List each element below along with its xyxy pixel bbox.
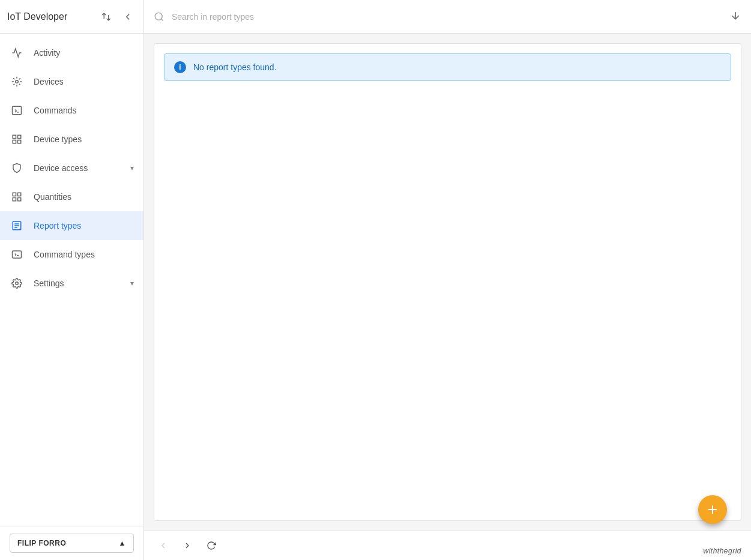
sidebar-item-activity-label: Activity bbox=[34, 48, 134, 58]
svg-line-13 bbox=[161, 19, 163, 20]
sidebar: IoT Developer Activity bbox=[0, 0, 144, 560]
add-fab-button[interactable]: + bbox=[698, 495, 727, 524]
empty-state-box: i No report types found. bbox=[164, 53, 731, 81]
content-area: i No report types found. bbox=[144, 34, 751, 531]
sidebar-item-activity[interactable]: Activity bbox=[0, 38, 143, 67]
sidebar-item-device-access[interactable]: Device access ▾ bbox=[0, 154, 143, 182]
commands-icon bbox=[10, 103, 24, 118]
device-types-icon bbox=[10, 132, 24, 146]
svg-point-11 bbox=[16, 282, 19, 285]
app-title: IoT Developer bbox=[7, 11, 67, 22]
command-types-icon bbox=[10, 247, 24, 262]
sort-descending-icon bbox=[729, 10, 741, 22]
sidebar-item-report-types[interactable]: Report types bbox=[0, 211, 143, 240]
sidebar-item-devices-label: Devices bbox=[34, 77, 134, 86]
sidebar-header-icons bbox=[98, 8, 136, 25]
user-name: FILIP FORRO bbox=[17, 539, 66, 547]
search-bar bbox=[144, 0, 751, 34]
sidebar-nav: Activity Devices Commands bbox=[0, 34, 143, 526]
chevron-right-icon bbox=[182, 541, 192, 550]
devices-icon bbox=[10, 74, 24, 89]
sidebar-item-quantities[interactable]: Quantities bbox=[0, 182, 143, 211]
refresh-icon bbox=[207, 541, 216, 550]
sidebar-footer: FILIP FORRO ▲ bbox=[0, 526, 143, 560]
sidebar-item-settings-label: Settings bbox=[34, 278, 130, 288]
empty-state-message: No report types found. bbox=[193, 62, 277, 72]
pagination-prev-button[interactable] bbox=[154, 536, 173, 555]
sidebar-item-commands-label: Commands bbox=[34, 106, 134, 115]
sidebar-item-command-types[interactable]: Command types bbox=[0, 240, 143, 269]
sidebar-item-quantities-label: Quantities bbox=[34, 192, 134, 202]
activity-icon bbox=[10, 46, 24, 60]
search-input[interactable] bbox=[172, 12, 722, 22]
svg-point-0 bbox=[16, 80, 19, 83]
svg-rect-5 bbox=[18, 140, 21, 143]
svg-rect-4 bbox=[13, 140, 16, 143]
sidebar-item-device-types[interactable]: Device types bbox=[0, 125, 143, 154]
sidebar-item-device-types-label: Device types bbox=[34, 134, 134, 144]
device-access-icon bbox=[10, 161, 24, 175]
sidebar-item-devices[interactable]: Devices bbox=[0, 67, 143, 96]
pagination-refresh-button[interactable] bbox=[202, 536, 221, 555]
svg-rect-1 bbox=[13, 106, 22, 115]
pagination-bar bbox=[144, 531, 751, 560]
svg-point-12 bbox=[155, 13, 162, 20]
quantities-icon bbox=[10, 190, 24, 204]
svg-rect-10 bbox=[13, 251, 22, 258]
sidebar-item-device-access-label: Device access bbox=[34, 163, 130, 173]
report-types-icon bbox=[10, 218, 24, 233]
search-icon bbox=[154, 11, 164, 22]
chevron-down-icon: ▾ bbox=[130, 164, 134, 172]
user-button[interactable]: FILIP FORRO ▲ bbox=[10, 534, 134, 553]
collapse-icon-button[interactable] bbox=[119, 8, 136, 25]
main-content: i No report types found. bbox=[144, 0, 751, 560]
sidebar-item-commands[interactable]: Commands bbox=[0, 96, 143, 125]
settings-chevron-icon: ▾ bbox=[130, 279, 134, 288]
sidebar-header: IoT Developer bbox=[0, 0, 143, 34]
sort-icon[interactable] bbox=[729, 10, 741, 24]
collapse-icon bbox=[122, 11, 133, 22]
svg-rect-2 bbox=[13, 135, 16, 138]
pagination-next-button[interactable] bbox=[178, 536, 197, 555]
swap-icon bbox=[101, 11, 112, 22]
sidebar-item-settings[interactable]: Settings ▾ bbox=[0, 269, 143, 298]
settings-icon bbox=[10, 276, 24, 291]
content-panel: i No report types found. bbox=[154, 43, 741, 521]
swap-icon-button[interactable] bbox=[98, 8, 115, 25]
svg-rect-3 bbox=[18, 135, 21, 138]
user-chevron-icon: ▲ bbox=[119, 539, 126, 547]
sidebar-item-report-types-label: Report types bbox=[34, 221, 134, 230]
watermark: withthegrid bbox=[703, 547, 741, 555]
info-icon: i bbox=[174, 61, 186, 73]
chevron-left-icon bbox=[158, 541, 168, 550]
sidebar-item-command-types-label: Command types bbox=[34, 250, 134, 259]
